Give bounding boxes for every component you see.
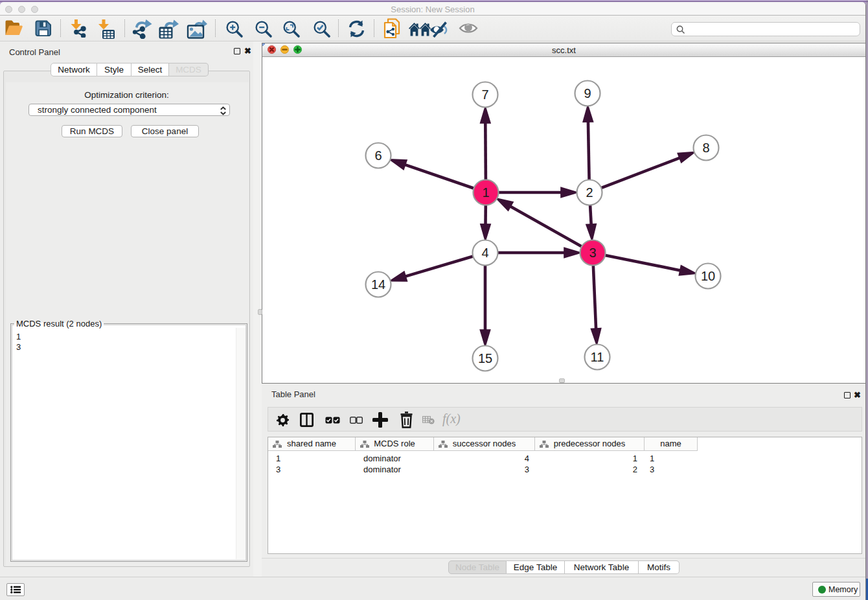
svg-text:10: 10 [701, 269, 715, 283]
svg-text:11: 11 [591, 350, 604, 364]
svg-text:1: 1 [482, 185, 489, 200]
svg-text:4: 4 [481, 246, 488, 260]
svg-text:15: 15 [478, 351, 492, 365]
svg-text:14: 14 [371, 277, 385, 292]
svg-text:2: 2 [586, 185, 593, 200]
svg-text:7: 7 [481, 87, 488, 102]
svg-text:9: 9 [584, 86, 591, 100]
svg-text:3: 3 [589, 246, 596, 260]
svg-text:8: 8 [702, 141, 709, 155]
svg-text:6: 6 [374, 148, 382, 163]
